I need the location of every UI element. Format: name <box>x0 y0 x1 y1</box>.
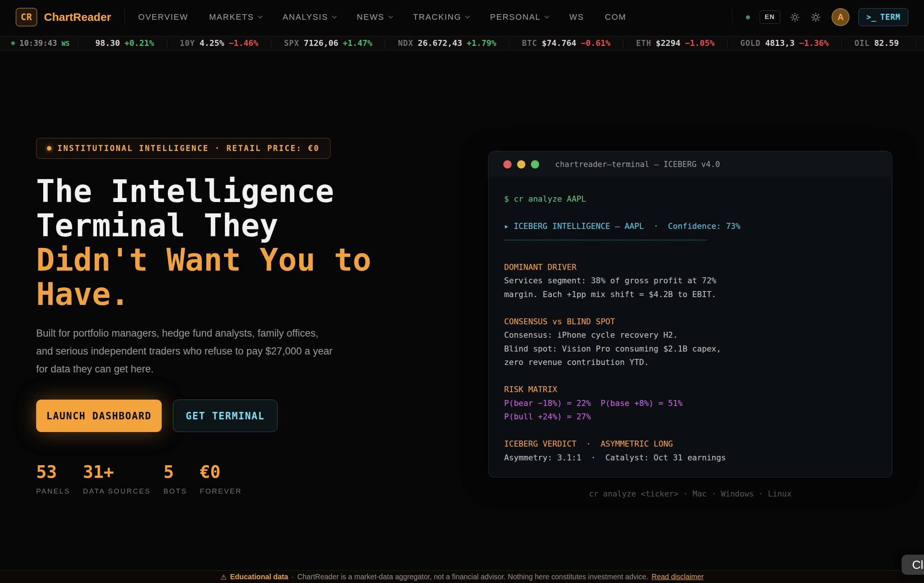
ticker-symbol: SPX <box>284 38 299 48</box>
stat-item: 31+ DATA SOURCES <box>83 462 151 495</box>
avatar[interactable]: A <box>832 8 850 26</box>
stat-item: 53 PANELS <box>36 462 71 495</box>
chevron-down-icon <box>258 14 263 19</box>
market-ticker: 10:39:43 WS 98.30 +0.21% 10Y 4.25% −1.46… <box>0 36 924 51</box>
ticker-item[interactable]: GOLD 4813,3 −1.36% <box>727 38 842 48</box>
nav-item[interactable]: WS <box>569 12 584 22</box>
title-line: The Intelligence <box>36 175 446 209</box>
chevron-down-icon <box>332 14 337 19</box>
disclaimer-separator: · <box>291 573 294 581</box>
nav-item[interactable]: PERSONAL <box>490 12 548 22</box>
badge-text: INSTITUTIONAL INTELLIGENCE · RETAIL PRIC… <box>58 144 320 153</box>
terminal-line <box>504 301 876 315</box>
ticker-clock: 10:39:43 WS <box>0 39 78 48</box>
avatar-initial: A <box>838 12 844 22</box>
terminal-title: chartreader—terminal — ICEBERG v4.0 <box>555 160 720 169</box>
terminal-line <box>504 424 876 438</box>
ticker-value: 98.30 <box>96 38 120 48</box>
terminal-line: Blind spot: Vision Pro consuming $2.1B c… <box>504 342 876 356</box>
logo[interactable]: CR <box>16 8 37 26</box>
top-nav: CR ChartReader OVERVIEW MARKETS ANALYSIS… <box>0 0 924 34</box>
terminal-line: P(bull +24%) = 27% <box>504 410 876 424</box>
nav-item-label: PERSONAL <box>490 12 541 22</box>
terminal-line: ────────────────────────────────────────… <box>504 233 876 247</box>
nav-item[interactable]: COM <box>605 12 626 22</box>
ticker-symbol: GOLD <box>740 38 761 48</box>
nav-item[interactable]: MARKETS <box>209 12 262 22</box>
ticker-item[interactable]: 10Y 4.25% −1.46% <box>167 38 271 48</box>
ticker-change: +1.47% <box>343 38 372 48</box>
ticker-symbol: NDX <box>398 38 413 48</box>
settings-button[interactable] <box>810 12 821 23</box>
stats-row: 53 PANELS 31+ DATA SOURCES 5 BOTS €0 FOR… <box>36 462 446 495</box>
ticker-item[interactable]: V <box>916 38 924 48</box>
nav-item[interactable]: OVERVIEW <box>138 12 188 22</box>
sun-icon <box>790 12 800 22</box>
terminal-line: ICEBERG VERDICT · ASYMMETRIC LONG <box>504 437 876 451</box>
cta-row: LAUNCH DASHBOARD GET TERMINAL <box>36 400 446 432</box>
maximize-icon <box>531 160 539 168</box>
minimize-icon <box>517 160 525 168</box>
theme-toggle-button[interactable] <box>790 12 800 22</box>
ticker-item[interactable]: OIL 82.59 <box>841 38 916 48</box>
ticker-value: $74.764 <box>542 38 576 48</box>
stat-value: 31+ <box>83 462 151 482</box>
disclaimer-text: ChartReader is a market-data aggregator,… <box>297 573 648 581</box>
title-line: Terminal They <box>36 209 446 243</box>
stat-label: FOREVER <box>200 487 242 495</box>
terminal-line <box>504 206 876 220</box>
header-divider <box>732 9 733 25</box>
subtitle-line: and serious independent traders who refu… <box>36 342 446 360</box>
stat-label: DATA SOURCES <box>83 487 151 495</box>
terminal-output: $ cr analyze AAPL▸ ICEBERG INTELLIGENCE … <box>488 177 892 477</box>
read-disclaimer-link[interactable]: Read disclaimer <box>652 573 704 581</box>
get-terminal-button[interactable]: GET TERMINAL <box>173 400 277 432</box>
nav-item-label: OVERVIEW <box>138 12 188 22</box>
ticker-session: WS <box>61 40 70 47</box>
nav-item-label: COM <box>605 12 626 22</box>
ticker-item[interactable]: SPX 7126,06 +1.47% <box>271 38 385 48</box>
nav-item[interactable]: NEWS <box>357 12 392 22</box>
ticker-item[interactable]: 98.30 +0.21% <box>78 38 167 48</box>
ticker-item[interactable]: ETH $2294 −1.05% <box>623 38 727 48</box>
terminal-prompt-icon: >_ <box>866 13 876 21</box>
nav-item-label: WS <box>569 12 584 22</box>
nav-item-label: MARKETS <box>209 12 254 22</box>
nav-item[interactable]: TRACKING <box>413 12 469 22</box>
stat-label: PANELS <box>36 487 71 495</box>
terminal-line <box>504 247 876 261</box>
ticker-value: 4813,3 <box>765 38 794 48</box>
terminal-line: Services segment: 38% of gross profit at… <box>504 274 876 288</box>
term-button-label: TERM <box>880 13 901 21</box>
warning-icon: ⚠ <box>220 573 226 581</box>
ticker-value: 82.59 <box>874 38 899 48</box>
ticker-symbol: BTC <box>522 38 537 48</box>
ticker-item[interactable]: BTC $74.764 −0.61% <box>509 38 623 48</box>
terminal-line: Consensus: iPhone cycle recovery H2. <box>504 329 876 342</box>
terminal-line: Asymmetry: 3.1:1 · Catalyst: Oct 31 earn… <box>504 451 876 465</box>
hero-subtitle: Built for portfolio managers, hedge fund… <box>36 324 446 378</box>
stat-value: €0 <box>200 462 242 482</box>
nav-item[interactable]: ANALYSIS <box>283 12 336 22</box>
stat-label: BOTS <box>163 487 187 495</box>
close-icon <box>503 160 512 168</box>
language-button[interactable]: EN <box>760 10 780 24</box>
header-divider <box>124 9 125 25</box>
ticker-change: −1.05% <box>685 38 714 48</box>
ticker-change: +1.79% <box>467 38 496 48</box>
status-dot <box>746 15 750 20</box>
launch-dashboard-button[interactable]: LAUNCH DASHBOARD <box>36 400 162 432</box>
disclaimer-bar: ⚠ Educational data · ChartReader is a ma… <box>0 570 924 583</box>
ticker-item[interactable]: NDX 26.672,43 +1.79% <box>385 38 509 48</box>
term-button[interactable]: >_ TERM <box>858 8 908 26</box>
terminal-line: $ cr analyze AAPL <box>504 192 876 206</box>
subtitle-line: Built for portfolio managers, hedge fund… <box>36 324 446 342</box>
chartreader-landing-page: CR ChartReader OVERVIEW MARKETS ANALYSIS… <box>0 0 924 583</box>
ticker-value: 26.672,43 <box>417 38 462 48</box>
stat-value: 53 <box>36 462 71 482</box>
terminal-line: ▸ ICEBERG INTELLIGENCE — AAPL · Confiden… <box>504 220 876 233</box>
terminal-hint: cr analyze <ticker> · Mac · Windows · Li… <box>488 489 892 499</box>
clipped-tooltip[interactable]: Cla <box>902 555 924 575</box>
chevron-down-icon <box>544 14 549 19</box>
chevron-down-icon <box>465 14 470 19</box>
